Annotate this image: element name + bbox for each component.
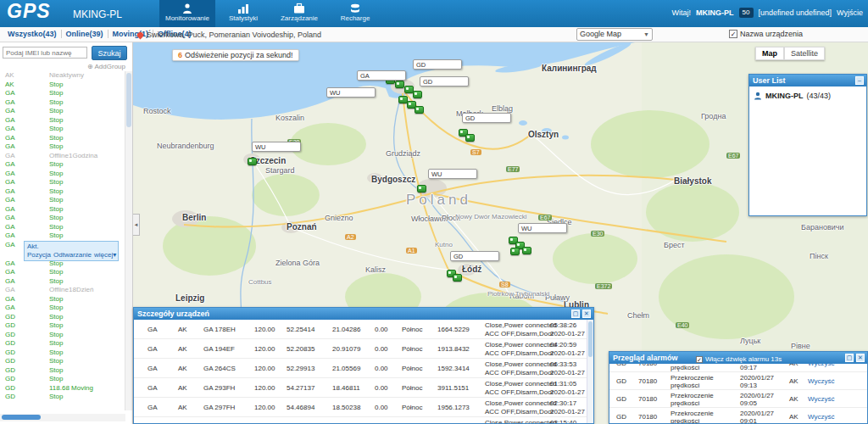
action-playback-link[interactable]: Odtwarzanie [53,251,92,259]
vehicle-marker-icon[interactable] [522,247,531,254]
clear-alarm-link[interactable]: Wyczyść [808,413,834,421]
vehicle-marker-icon[interactable] [248,158,257,165]
vehicle-marker-label[interactable]: GD [413,59,462,70]
search-input[interactable] [3,47,87,59]
device-row[interactable]: GAStop [0,98,125,108]
close-icon[interactable]: ✕ [856,354,865,362]
device-row[interactable]: GAStop [0,214,125,223]
device-row[interactable]: AKStop [0,81,125,90]
add-group-link[interactable]: ⊕ AddGroup [87,63,125,70]
device-table-row[interactable]: GAAKGA 178EH120.0052.2541421.042860.00Pó… [134,320,587,339]
scrollbar-thumb[interactable] [126,73,131,127]
maximize-icon[interactable]: ▢ [571,310,580,318]
device-row[interactable]: GAStop [0,295,125,304]
vehicle-marker-icon[interactable] [395,81,404,88]
vehicle-marker-icon[interactable] [465,134,475,142]
device-row[interactable]: GAStop [0,196,125,205]
vehicle-marker-icon[interactable] [417,185,426,192]
scrollbar-thumb[interactable] [2,415,41,420]
maximize-icon[interactable]: ▢ [845,354,854,362]
filter-all[interactable]: Wszystko(43) [3,30,62,38]
device-row[interactable]: GDStop [0,313,125,322]
vehicle-marker-icon[interactable] [413,91,422,98]
vehicle-marker-label[interactable]: GD [462,113,511,123]
device-row[interactable]: GAOffline1Godzina [0,152,125,161]
device-row[interactable]: GAStop [0,116,125,126]
vehicle-marker-label[interactable]: WU [518,223,567,233]
device-row[interactable]: GAStop [0,89,125,98]
vehicle-marker-label[interactable]: WU [326,87,376,98]
logout-link[interactable]: Wyjście [837,8,863,17]
device-row[interactable]: GAStop [0,268,125,277]
device-table-row[interactable]: GAAKGA 341CE120.0051.7039419.402940.00Pó… [134,417,587,423]
device-row[interactable]: GDStop [0,339,125,349]
device-row[interactable]: AKNieaktywny [0,71,125,81]
device-row[interactable]: GAStop [0,223,125,232]
device-row[interactable]: GAStop [0,187,125,197]
device-row[interactable]: GAOffline18Dzień [0,286,125,295]
action-more-link[interactable]: więcej▾ [94,251,116,259]
vehicle-marker-label[interactable]: WU [428,169,477,179]
device-table-row[interactable]: GAAKGA 194EF120.0052.2083520.910790.00Pó… [134,339,587,359]
alarm-row[interactable]: GD70180Przekroczenieprędkości2020/01/270… [609,364,867,372]
device-row[interactable]: GAStop [0,170,125,179]
device-row[interactable]: GAStop [0,259,125,269]
close-icon[interactable]: ✕ [582,310,591,318]
action-position-link[interactable]: Akt. Pozycja [27,243,51,259]
cell-group: GA [147,365,158,372]
device-row[interactable]: GAStop [0,232,125,241]
device-row-selected[interactable]: GAAkt. PozycjaOdtwarzaniewięcej▾ [0,241,125,259]
device-row[interactable]: GAStop [0,142,125,152]
device-row[interactable]: GAStop [0,160,125,170]
alarm-row[interactable]: GD70180Przekroczenieprędkości2020/01/270… [609,408,867,423]
satellite-button[interactable]: Satellite [784,47,825,60]
search-button[interactable]: Szukaj [92,46,127,60]
user-list-count: (43/43) [807,92,832,100]
device-row[interactable]: GAStop [0,277,125,287]
map-type-select[interactable]: Google Map ▼ [576,28,653,41]
clear-alarm-link[interactable]: Wyczyść [808,395,834,403]
filter-online[interactable]: Online(39) [62,30,108,38]
cell-subgroup: AK [178,345,187,353]
device-row[interactable]: GDStop [0,393,125,402]
device-row[interactable]: GAStop [0,178,125,187]
device-row[interactable]: GAStop [0,125,125,134]
scrollbar-thumb[interactable] [588,321,593,357]
device-row[interactable]: GDStop [0,366,125,376]
vehicle-marker-icon[interactable] [415,106,424,114]
map-button[interactable]: Map [755,47,784,60]
device-table-row[interactable]: GAAKGA 293FH120.0054.2713718.468110.00Pó… [134,378,587,398]
vehicle-marker-label[interactable]: GD [420,76,469,86]
road-shield-label: E67 [726,153,740,159]
minimize-icon[interactable]: – [855,76,864,85]
clear-alarm-link[interactable]: Wyczyść [808,364,834,367]
vehicle-marker-icon[interactable] [510,248,520,255]
alarm-row[interactable]: GD70180Przekroczenieprędkości2020/01/270… [609,372,867,390]
device-row[interactable]: GAStop [0,205,125,215]
device-row[interactable]: GDStop [0,349,125,358]
device-row[interactable]: GAStop [0,304,125,313]
tab-statystyki[interactable]: Statystyki [215,0,271,27]
vehicle-marker-icon[interactable] [453,274,462,282]
device-row[interactable]: GDStop [0,331,125,340]
device-row[interactable]: GDStop [0,321,125,331]
device-row[interactable]: GDStop [0,375,125,384]
tab-recharge[interactable]: Recharge [327,0,383,27]
device-table-row[interactable]: GAAKGA 264CS120.0052.2991321.055690.00Pó… [134,359,587,378]
device-row[interactable]: GAStop [0,134,125,143]
alarm-sound-checkbox[interactable]: ✓ [696,356,703,363]
device-name-checkbox[interactable]: ✓ [729,30,737,38]
sidebar-collapse-toggle[interactable]: ◄ [133,214,140,236]
vehicle-marker-label[interactable]: GA [357,70,406,81]
vehicle-marker-label[interactable]: GD [450,251,499,261]
device-row[interactable]: GDStop [0,357,125,366]
device-row[interactable]: GD118.68 Moving [0,384,125,393]
alarm-row[interactable]: GD70180Przekroczenieprędkości2020/01/270… [609,390,867,408]
device-row[interactable]: GAStop [0,107,125,116]
vehicle-marker-label[interactable]: WU [252,142,301,152]
device-table-row[interactable]: GAAKGA 297FH120.0054.4689418.502380.00Pó… [134,398,587,417]
tab-zarzadzanie[interactable]: Zarządzanie [271,0,327,27]
tab-monitorowanie[interactable]: Monitorowanie [159,0,215,27]
clear-alarm-link[interactable]: Wyczyść [808,377,834,385]
user-list-entry[interactable]: MKING-PL (43/43) [749,86,866,105]
